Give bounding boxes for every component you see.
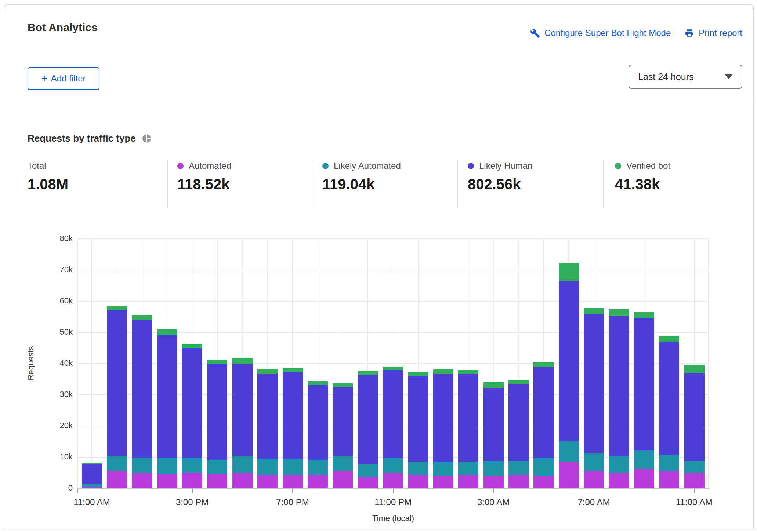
- bar-segment[interactable]: [584, 453, 604, 471]
- bar-segment[interactable]: [634, 450, 654, 469]
- bar-segment[interactable]: [684, 473, 705, 488]
- bar-segment[interactable]: [358, 375, 378, 464]
- bar-segment[interactable]: [408, 462, 428, 474]
- bar-segment[interactable]: [408, 372, 428, 376]
- bar-segment[interactable]: [257, 459, 278, 475]
- bar-segment[interactable]: [157, 458, 177, 474]
- bar-segment[interactable]: [684, 373, 705, 461]
- bar-segment[interactable]: [584, 471, 604, 488]
- bar-segment[interactable]: [82, 463, 102, 464]
- bar-segment[interactable]: [609, 309, 629, 316]
- bar-segment[interactable]: [408, 475, 428, 488]
- bar-segment[interactable]: [684, 365, 705, 373]
- bar-segment[interactable]: [483, 388, 504, 461]
- bar-segment[interactable]: [533, 458, 554, 476]
- bar-segment[interactable]: [533, 367, 554, 458]
- bar-segment[interactable]: [609, 316, 629, 456]
- bar-segment[interactable]: [533, 476, 554, 488]
- y-tick-label: 30k: [43, 390, 73, 399]
- bar-segment[interactable]: [182, 458, 202, 473]
- bar-segment[interactable]: [433, 374, 453, 462]
- bar-segment[interactable]: [107, 306, 127, 310]
- bar-segment[interactable]: [533, 362, 554, 367]
- bar-segment[interactable]: [207, 360, 227, 364]
- bar-segment[interactable]: [508, 461, 529, 475]
- bar-segment[interactable]: [182, 348, 202, 458]
- bar-segment[interactable]: [333, 383, 353, 387]
- bar-segment[interactable]: [458, 374, 478, 462]
- bar-segment[interactable]: [659, 471, 679, 488]
- bar-segment[interactable]: [559, 281, 579, 441]
- bar-segment[interactable]: [584, 308, 604, 314]
- bar-segment[interactable]: [358, 477, 378, 488]
- bar-segment[interactable]: [333, 387, 353, 456]
- bar-segment[interactable]: [232, 358, 253, 364]
- bar-segment[interactable]: [283, 459, 303, 475]
- bar-segment[interactable]: [82, 484, 102, 487]
- bar-segment[interactable]: [132, 320, 152, 458]
- bar-segment[interactable]: [107, 310, 127, 456]
- bar-segment[interactable]: [207, 460, 227, 474]
- bar-segment[interactable]: [458, 462, 478, 475]
- bar-segment[interactable]: [358, 371, 378, 375]
- bar-segment[interactable]: [107, 456, 127, 471]
- bar-segment[interactable]: [308, 460, 328, 475]
- bar-segment[interactable]: [82, 464, 102, 484]
- bar-segment[interactable]: [257, 475, 278, 488]
- bar-segment[interactable]: [383, 473, 403, 488]
- bar-segment[interactable]: [559, 462, 579, 488]
- bar-segment[interactable]: [333, 471, 353, 488]
- bar-segment[interactable]: [157, 335, 177, 459]
- bar-segment[interactable]: [232, 456, 253, 473]
- bar-segment[interactable]: [132, 315, 152, 320]
- bar-segment[interactable]: [684, 461, 705, 473]
- bar-segment[interactable]: [634, 312, 654, 318]
- bar-segment[interactable]: [483, 382, 504, 388]
- bar-segment[interactable]: [483, 461, 504, 476]
- bar-segment[interactable]: [559, 263, 579, 281]
- bar-segment[interactable]: [308, 475, 328, 488]
- bar-segment[interactable]: [433, 462, 453, 477]
- bar-segment[interactable]: [383, 458, 403, 473]
- bar-segment[interactable]: [659, 455, 679, 471]
- bar-segment[interactable]: [308, 381, 328, 385]
- bar-segment[interactable]: [634, 469, 654, 488]
- bar-segment[interactable]: [408, 376, 428, 462]
- bar-segment[interactable]: [333, 456, 353, 471]
- bar-segment[interactable]: [483, 476, 504, 488]
- bar-segment[interactable]: [257, 369, 278, 374]
- bar-segment[interactable]: [609, 473, 629, 488]
- bar-segment[interactable]: [283, 368, 303, 372]
- bar-segment[interactable]: [107, 471, 127, 488]
- bar-segment[interactable]: [659, 342, 679, 455]
- bar-segment[interactable]: [283, 372, 303, 459]
- bar-segment[interactable]: [283, 475, 303, 488]
- bar-segment[interactable]: [182, 344, 202, 349]
- bar-segment[interactable]: [433, 476, 453, 488]
- bar-segment[interactable]: [584, 314, 604, 453]
- bar-segment[interactable]: [358, 464, 378, 477]
- bar-segment[interactable]: [508, 475, 529, 488]
- bar-segment[interactable]: [508, 384, 529, 461]
- bar-segment[interactable]: [609, 456, 629, 472]
- bar-segment[interactable]: [308, 385, 328, 461]
- bar-segment[interactable]: [157, 474, 177, 488]
- bar-segment[interactable]: [383, 367, 403, 370]
- bar-segment[interactable]: [132, 473, 152, 488]
- bar-segment[interactable]: [257, 374, 278, 459]
- bar-segment[interactable]: [232, 473, 253, 488]
- bar-segment[interactable]: [458, 475, 478, 488]
- bar-segment[interactable]: [383, 370, 403, 459]
- bar-segment[interactable]: [157, 329, 177, 335]
- bar-segment[interactable]: [508, 380, 529, 384]
- bar-segment[interactable]: [182, 473, 202, 489]
- bar-segment[interactable]: [207, 364, 227, 460]
- bar-segment[interactable]: [232, 364, 253, 456]
- bar-segment[interactable]: [207, 474, 227, 488]
- bar-segment[interactable]: [433, 369, 453, 374]
- bar-segment[interactable]: [659, 336, 679, 342]
- bar-segment[interactable]: [634, 318, 654, 450]
- bar-segment[interactable]: [458, 370, 478, 374]
- bar-segment[interactable]: [132, 458, 152, 473]
- bar-segment[interactable]: [559, 441, 579, 463]
